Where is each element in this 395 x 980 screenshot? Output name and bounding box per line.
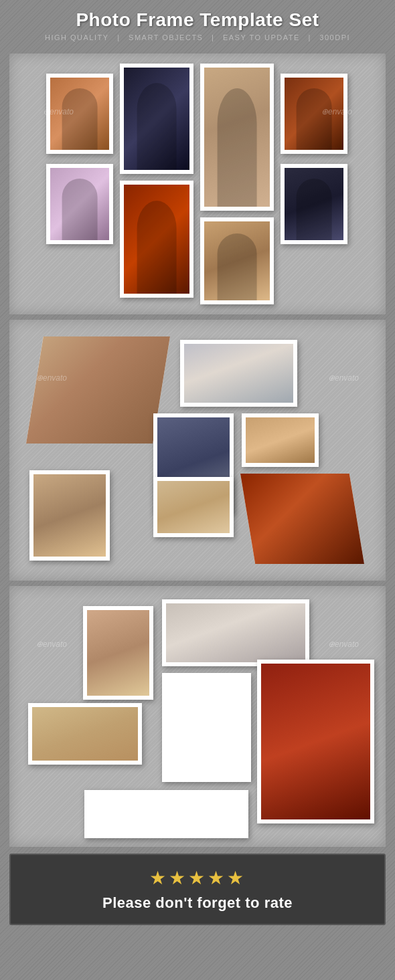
photo-content-2-1 <box>26 336 170 444</box>
panel-3: ⊕envato ⊕envato <box>9 586 386 847</box>
panel-1: ⊕envato ⊕envato <box>9 54 386 314</box>
photo-content-1-4 <box>285 78 343 150</box>
photo-frame-3-5 <box>28 703 142 765</box>
photo-content-1-8 <box>285 168 343 240</box>
photo-content-2-2 <box>184 344 293 403</box>
photo-frame-3-2 <box>162 599 309 666</box>
photo-content-1-7 <box>204 221 270 300</box>
page-wrapper: Photo Frame Template Set HIGH QUALITY | … <box>0 0 395 925</box>
footer: ★★★★★ Please don't forget to rate <box>9 854 386 925</box>
photo-content-3-3 <box>166 677 247 778</box>
photo-frame-1-6 <box>120 181 193 298</box>
photo-content-1-1 <box>50 78 109 150</box>
photo-frame-3-6 <box>84 790 248 838</box>
watermark-p2-right: ⊕envato <box>328 373 359 383</box>
rate-text: Please don't forget to rate <box>24 894 371 912</box>
photo-content-3-5 <box>32 707 138 761</box>
subtitle-smart: SMART OBJECTS <box>129 33 203 41</box>
subtitle: HIGH QUALITY | SMART OBJECTS | EASY TO U… <box>7 33 388 41</box>
photo-frame-2-4 <box>242 413 319 467</box>
photo-content-1-2 <box>124 68 189 170</box>
photo-frame-3-1 <box>83 606 153 700</box>
photo-frame-3-4 <box>257 660 374 823</box>
subtitle-easy: EASY TO UPDATE <box>223 33 300 41</box>
subtitle-quality: HIGH QUALITY <box>45 33 109 41</box>
photo-content-1-5 <box>50 168 109 240</box>
photo-content-3-6 <box>88 794 244 834</box>
photo-frame-1-1 <box>46 74 113 154</box>
photo-frame-2-6 <box>153 477 234 537</box>
photo-frame-2-2 <box>180 340 297 407</box>
photo-content-2-7 <box>240 474 364 564</box>
photo-frame-2-5 <box>29 470 110 561</box>
panel-2: ⊕envato ⊕envato <box>9 320 386 581</box>
subtitle-dpi: 300DPI <box>319 33 350 41</box>
photo-content-1-3 <box>204 68 270 207</box>
photo-frame-1-8 <box>281 164 347 244</box>
photo-content-2-6 <box>157 481 230 533</box>
photo-frame-2-7 <box>240 474 364 564</box>
photo-content-3-1 <box>87 610 149 696</box>
photo-content-1-6 <box>124 185 189 294</box>
photo-frame-2-1 <box>26 336 170 444</box>
photo-frame-1-2 <box>120 64 193 174</box>
subtitle-sep3: | <box>308 33 314 41</box>
watermark-p3-left: ⊕envato <box>36 640 67 649</box>
photo-content-3-2 <box>166 603 305 662</box>
subtitle-sep1: | <box>117 33 123 41</box>
photo-frame-1-5 <box>46 164 113 244</box>
photo-content-2-5 <box>33 474 106 557</box>
photo-content-2-4 <box>246 417 315 463</box>
header: Photo Frame Template Set HIGH QUALITY | … <box>0 0 395 48</box>
subtitle-sep2: | <box>212 33 218 41</box>
photo-frame-1-7 <box>200 217 274 304</box>
photo-frame-1-3 <box>200 64 274 211</box>
photo-frame-1-4 <box>281 74 347 154</box>
rating-stars[interactable]: ★★★★★ <box>24 867 371 889</box>
main-title: Photo Frame Template Set <box>7 9 388 31</box>
watermark-p3-right: ⊕envato <box>328 640 359 649</box>
photo-content-3-4 <box>261 664 370 819</box>
photo-frame-3-3 <box>162 673 251 782</box>
